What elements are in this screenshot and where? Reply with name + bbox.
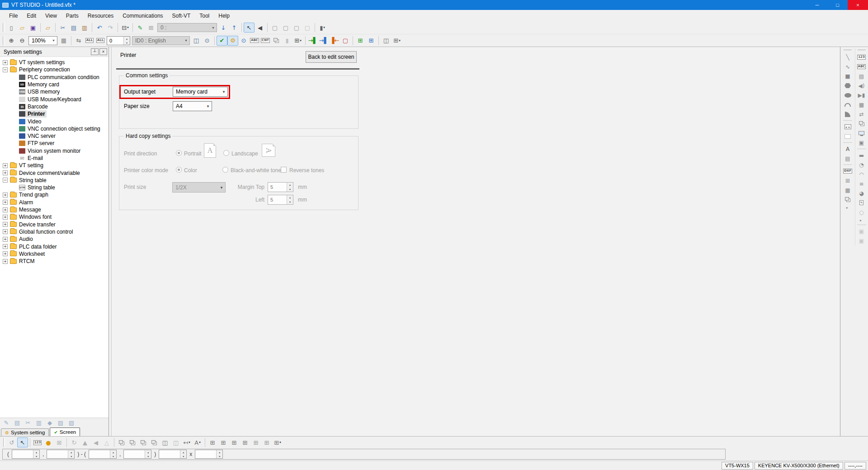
tab-screen[interactable]: ✔Screen: [50, 428, 80, 436]
next-screen-button[interactable]: ↓: [218, 23, 229, 33]
paste-part-button[interactable]: ▥: [33, 418, 44, 428]
counter-list-button[interactable]: CNT: [260, 36, 271, 46]
more-shapes-button[interactable]: ▸: [842, 205, 853, 210]
expand-icon[interactable]: +: [3, 222, 8, 227]
spin-down-icon[interactable]: ▾: [145, 454, 151, 458]
transfer-from-vt-button[interactable]: ▐←: [329, 36, 340, 46]
transfer-to-vt-button[interactable]: →▌: [307, 36, 318, 46]
pin-icon[interactable]: ┴: [91, 48, 99, 55]
grid-table-tool-button[interactable]: ▦: [842, 186, 853, 194]
cut-part-button[interactable]: ✂: [23, 418, 33, 428]
cut-button[interactable]: ✂: [57, 23, 68, 33]
mirror-vertical-button[interactable]: ◀: [90, 437, 101, 447]
spin-down-icon[interactable]: ▾: [217, 454, 222, 458]
dxf-tool-button[interactable]: DXF: [842, 167, 853, 175]
spin-down-icon[interactable]: ▾: [124, 41, 130, 45]
tree-item-plc-communication-condition[interactable]: PLC communication condition: [0, 74, 108, 81]
ungroup-button[interactable]: ◫: [170, 437, 181, 447]
margin-top-spinner[interactable]: 5 ▴▾: [268, 182, 293, 192]
import-part-button[interactable]: ▨: [55, 418, 66, 428]
open-project-button[interactable]: ▱: [42, 23, 53, 33]
menu-soft-vt[interactable]: Soft-VT: [168, 11, 195, 21]
free-graph-part-button[interactable]: ◌: [856, 208, 867, 216]
screen-number-combo[interactable]: 0 :▾: [157, 23, 217, 32]
simulator-button[interactable]: ▢: [340, 36, 351, 46]
expand-icon[interactable]: +: [3, 207, 8, 212]
black-and-white-radio[interactable]: [222, 167, 228, 173]
zoom-out-button[interactable]: ⊖: [17, 36, 28, 46]
memo-tool-button[interactable]: ▤: [842, 154, 853, 163]
screen-part-1-button[interactable]: ▢: [280, 23, 291, 33]
frame-tool-button[interactable]: [842, 132, 853, 141]
delete-part-button[interactable]: ◆: [44, 418, 55, 428]
expand-icon[interactable]: +: [3, 215, 8, 220]
expand-icon[interactable]: +: [3, 200, 8, 205]
edit-screen-4-button[interactable]: ⊞: [240, 437, 250, 447]
spin-down-icon[interactable]: ▾: [180, 454, 186, 458]
pie-graph-part-button[interactable]: ◕: [856, 189, 867, 197]
sector-tool-button[interactable]: [842, 110, 853, 118]
collapse-icon[interactable]: −: [3, 178, 8, 183]
menu-help[interactable]: Help: [214, 11, 234, 21]
system-id-spinner[interactable]: 0▴▾: [107, 36, 130, 45]
bring-forward-button[interactable]: [138, 437, 149, 447]
window-part-button[interactable]: [856, 119, 867, 128]
operation-check-button[interactable]: ✔: [217, 36, 227, 46]
cursor-select-button[interactable]: ↖: [17, 437, 28, 447]
tree-item-periphery-connection[interactable]: −Periphery connection: [0, 66, 108, 73]
tree-item-audio[interactable]: +Audio: [0, 235, 108, 243]
expand-icon[interactable]: +: [3, 60, 8, 65]
zoom-in-button[interactable]: ⊕: [6, 36, 17, 46]
tree-item-string-table[interactable]: STRString table: [0, 184, 108, 191]
collapse-icon[interactable]: −: [3, 67, 8, 72]
movie-part-button[interactable]: ▶▮: [856, 91, 867, 99]
save-button[interactable]: ▣: [28, 23, 38, 33]
spin-down-icon[interactable]: ▾: [110, 454, 116, 458]
edit-screen-button[interactable]: ✎: [135, 23, 146, 33]
tree-item-device-comment-variable[interactable]: +Device comment/variable: [0, 169, 108, 176]
polyline-tool-button[interactable]: ∿: [842, 62, 853, 71]
expand-icon[interactable]: +: [3, 170, 8, 175]
align-text-button[interactable]: A▾: [192, 437, 203, 447]
send-backward-button[interactable]: [149, 437, 160, 447]
id-display-button[interactable]: 123: [32, 437, 43, 447]
tree-item-trend-graph[interactable]: +Trend graph: [0, 191, 108, 198]
coord-x1-spinner[interactable]: ▴▾: [12, 450, 40, 459]
portrait-radio[interactable]: [176, 150, 182, 156]
tree-item-vision-system-monitor[interactable]: Vision system monitor: [0, 147, 108, 155]
tree-item-global-function-control[interactable]: +Global function control: [0, 228, 108, 235]
text-display-button[interactable]: ABC: [856, 62, 867, 71]
tree-item-vnc-server[interactable]: VNC server: [0, 132, 108, 140]
tree-item-vnc-connection-object-setting[interactable]: VNC connection object setting: [0, 125, 108, 132]
spin-up-icon[interactable]: ▴: [33, 450, 39, 454]
spin-up-icon[interactable]: ▴: [68, 450, 74, 454]
fit-all-height-button[interactable]: ALL: [95, 36, 106, 46]
coord-width-spinner[interactable]: ▴▾: [159, 450, 187, 459]
open-file-button[interactable]: ▱: [17, 23, 28, 33]
system-gear-button[interactable]: ⚙: [227, 36, 238, 46]
menu-file[interactable]: File: [5, 11, 22, 21]
spin-up-icon[interactable]: ▴: [110, 450, 116, 454]
edit-screen-6-button[interactable]: ⊞: [261, 437, 272, 447]
polygon-tool-button[interactable]: [842, 81, 853, 90]
landscape-radio[interactable]: [223, 150, 229, 156]
screen-part-3-button[interactable]: ▢: [302, 23, 313, 33]
line-graph-part-button[interactable]: ∿: [856, 198, 867, 207]
numeric-keypad-button[interactable]: ⊞: [146, 23, 156, 33]
spin-down-icon[interactable]: ▾: [33, 454, 39, 458]
expand-icon[interactable]: +: [3, 244, 8, 249]
expand-icon[interactable]: +: [3, 229, 8, 234]
tree-item-rtcm[interactable]: +RTCM: [0, 258, 108, 265]
close-button[interactable]: ×: [848, 0, 868, 10]
send-to-back-button[interactable]: [127, 437, 138, 447]
bring-to-front-button[interactable]: [116, 437, 127, 447]
tree-item-windows-font[interactable]: +Windows font: [0, 213, 108, 221]
rotate-handle-button[interactable]: ●: [43, 437, 54, 447]
reverse-tones-checkbox[interactable]: [281, 167, 287, 173]
redo-button[interactable]: ↷: [105, 23, 116, 33]
tree-item-usb-memory[interactable]: USBUSB memory: [0, 88, 108, 95]
edit-screen-3-button[interactable]: ⊞: [229, 437, 240, 447]
ellipse-tool-button[interactable]: [842, 91, 853, 99]
sound-part-button[interactable]: ◀): [856, 81, 867, 90]
spin-up-icon[interactable]: ▴: [287, 183, 293, 187]
